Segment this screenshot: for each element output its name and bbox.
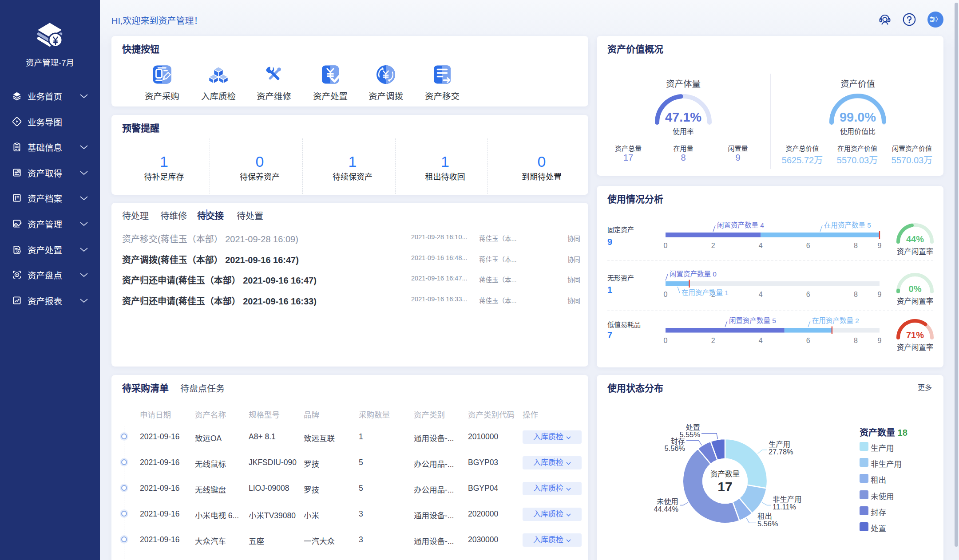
svg-text:5.56%: 5.56% [757, 520, 778, 528]
svg-text:17: 17 [717, 479, 732, 494]
svg-text:生产用: 生产用 [769, 440, 790, 448]
svg-text:8: 8 [854, 242, 858, 249]
svg-text:4: 4 [759, 291, 763, 298]
svg-text:9: 9 [878, 337, 882, 344]
svg-text:闲置资产数量 5: 闲置资产数量 5 [729, 317, 776, 324]
svg-text:0: 0 [664, 242, 668, 249]
svg-text:0: 0 [664, 291, 668, 298]
svg-text:闲置资产数量 0: 闲置资产数量 0 [670, 270, 717, 278]
svg-text:44.44%: 44.44% [654, 505, 678, 513]
svg-text:4: 4 [759, 242, 763, 249]
svg-text:在用资产数量 5: 在用资产数量 5 [824, 221, 871, 229]
svg-text:0: 0 [664, 337, 668, 344]
svg-text:在用资产数量 2: 在用资产数量 2 [812, 317, 859, 324]
svg-text:6: 6 [806, 242, 810, 249]
svg-text:在用资产数量 1: 在用资产数量 1 [682, 289, 729, 296]
svg-text:8: 8 [854, 337, 858, 344]
svg-text:6: 6 [806, 291, 810, 298]
svg-text:9: 9 [878, 242, 882, 249]
svg-text:11.11%: 11.11% [773, 503, 796, 511]
svg-text:5.56%: 5.56% [665, 444, 685, 452]
svg-text:5.55%: 5.55% [680, 430, 700, 438]
svg-text:2: 2 [711, 242, 715, 249]
svg-text:9: 9 [878, 291, 882, 298]
svg-text:资产数量: 资产数量 [710, 470, 740, 478]
svg-text:2: 2 [711, 337, 715, 344]
svg-text:4: 4 [759, 337, 763, 344]
svg-text:8: 8 [854, 291, 858, 298]
svg-text:未使用: 未使用 [657, 497, 678, 505]
svg-text:租出: 租出 [757, 512, 772, 520]
svg-text:6: 6 [806, 337, 810, 344]
svg-text:闲置资产数量 4: 闲置资产数量 4 [717, 221, 764, 229]
svg-text:27.78%: 27.78% [769, 448, 793, 456]
svg-text:非生产用: 非生产用 [773, 495, 802, 503]
